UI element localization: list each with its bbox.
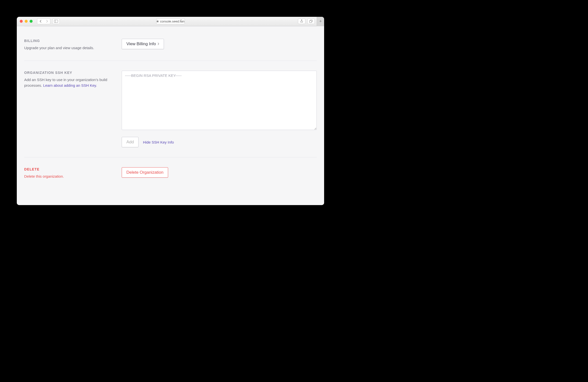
page-content: BILLING Upgrade your plan and view usage… (17, 26, 324, 205)
lock-icon (156, 20, 158, 23)
delete-organization-button[interactable]: Delete Organization (122, 167, 168, 178)
browser-chrome: console.seed.run + (17, 17, 324, 26)
view-billing-info-label: View Billing Info (126, 42, 156, 46)
traffic-lights (20, 20, 33, 23)
url-bar[interactable]: console.seed.run (156, 18, 185, 24)
reload-icon[interactable] (179, 19, 183, 23)
ssh-key-section: ORGANIZATION SSH KEY Add an SSH key to u… (24, 61, 317, 157)
billing-section-info: BILLING Upgrade your plan and view usage… (24, 39, 122, 51)
view-billing-info-button[interactable]: View Billing Info (122, 39, 164, 49)
delete-section-info: DELETE Delete this organization. (24, 167, 122, 180)
ssh-section-info: ORGANIZATION SSH KEY Add an SSH key to u… (24, 71, 122, 147)
delete-section-content: Delete Organization (122, 167, 317, 180)
minimize-window-button[interactable] (25, 20, 28, 23)
ssh-learn-link[interactable]: Learn about adding an SSH Key. (43, 83, 97, 88)
browser-window: console.seed.run + BILLING Upgrade your … (17, 17, 324, 205)
delete-heading: DELETE (24, 167, 122, 171)
billing-heading: BILLING (24, 39, 122, 43)
maximize-window-button[interactable] (30, 20, 33, 23)
billing-section-content: View Billing Info (122, 39, 317, 51)
svg-rect-0 (54, 20, 58, 23)
new-tab-button[interactable]: + (317, 17, 324, 26)
svg-rect-4 (310, 21, 312, 23)
ssh-key-textarea[interactable] (122, 71, 317, 130)
ssh-heading: ORGANIZATION SSH KEY (24, 71, 122, 75)
forward-button[interactable] (44, 19, 50, 24)
delete-desc: Delete this organization. (24, 174, 122, 180)
ssh-desc: Add an SSH key to use in your organizati… (24, 77, 122, 88)
close-window-button[interactable] (20, 20, 23, 23)
ssh-section-content: Add Hide SSH Key Info (122, 71, 317, 147)
back-button[interactable] (37, 19, 44, 24)
tabs-button[interactable] (307, 19, 315, 24)
billing-desc: Upgrade your plan and view usage details… (24, 45, 122, 51)
sidebar-toggle-button[interactable] (52, 19, 60, 24)
add-ssh-key-button[interactable]: Add (122, 137, 139, 147)
nav-buttons (37, 18, 50, 24)
hide-ssh-key-info-link[interactable]: Hide SSH Key Info (143, 140, 174, 144)
chevron-right-icon (157, 42, 159, 46)
svg-rect-2 (156, 21, 158, 22)
billing-section: BILLING Upgrade your plan and view usage… (24, 26, 317, 61)
ssh-actions: Add Hide SSH Key Info (122, 137, 317, 147)
delete-section: DELETE Delete this organization. Delete … (24, 157, 317, 189)
share-button[interactable] (298, 19, 305, 24)
browser-right-buttons: + (298, 17, 321, 26)
